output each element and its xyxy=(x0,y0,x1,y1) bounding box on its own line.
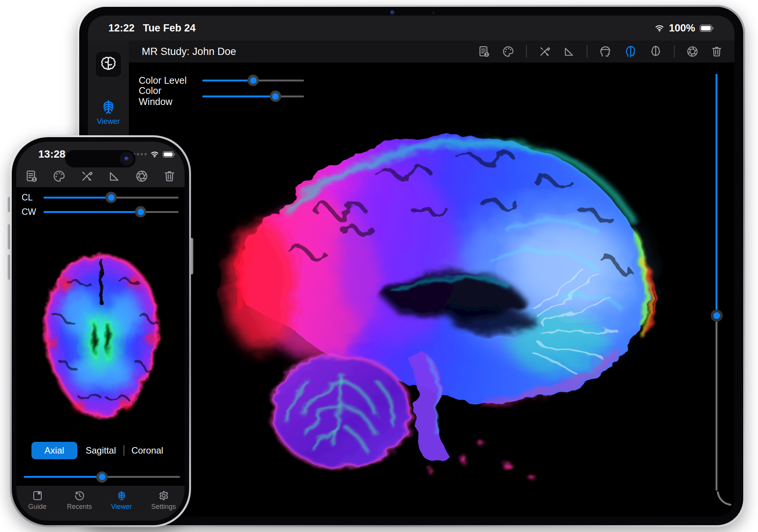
ruler-icon[interactable] xyxy=(562,45,575,58)
battery-percent: 100% xyxy=(669,22,695,34)
report-icon[interactable] xyxy=(25,169,38,183)
ipad-statusbar: 12:22 Tue Feb 24 100% xyxy=(88,16,735,41)
tab-recents-label: Recents xyxy=(67,503,92,511)
color-level-slider-thumb[interactable] xyxy=(247,75,259,86)
sidebar-item-viewer-label: Viewer xyxy=(88,117,129,126)
recents-icon xyxy=(74,490,86,502)
head-sagittal-icon[interactable] xyxy=(624,45,637,58)
iphone-device: 13:28 CL xyxy=(10,135,191,527)
slider-end-hook xyxy=(717,491,735,508)
segment-coronal[interactable]: Coronal xyxy=(124,442,170,459)
tab-recents[interactable]: Recents xyxy=(61,490,99,511)
tab-guide[interactable]: Guide xyxy=(19,490,56,511)
cl-slider[interactable] xyxy=(44,197,179,199)
iphone-tabbar: Guide Recents Viewer Settings xyxy=(16,486,185,521)
palette-icon[interactable] xyxy=(502,45,515,58)
plane-segmented-control: Axial Sagittal Coronal xyxy=(31,442,170,459)
battery-icon xyxy=(700,25,714,32)
slice-slider-vertical-thumb[interactable] xyxy=(711,310,723,322)
sagittal-brain-image[interactable] xyxy=(217,116,672,491)
report-icon[interactable] xyxy=(478,45,490,58)
toolbar-separator xyxy=(674,45,675,58)
aperture-icon[interactable] xyxy=(686,45,699,58)
slice-slider[interactable] xyxy=(24,476,180,478)
sidebar-item-viewer[interactable]: Viewer xyxy=(88,98,129,126)
cl-label: CL xyxy=(22,192,38,203)
toolbar-separator xyxy=(587,45,587,58)
palette-icon[interactable] xyxy=(52,169,66,183)
ipad-clock: 12:22 xyxy=(108,22,135,34)
wifi-icon xyxy=(150,150,159,159)
ipad-date: Tue Feb 24 xyxy=(143,22,196,34)
slice-slider-thumb[interactable] xyxy=(96,471,108,483)
color-window-slider-thumb[interactable] xyxy=(270,91,281,102)
segment-sagittal[interactable]: Sagittal xyxy=(78,442,124,459)
cw-label: CW xyxy=(22,207,38,217)
trash-icon[interactable] xyxy=(710,45,723,58)
cw-slider[interactable] xyxy=(44,211,179,213)
ipad-toolbar: MR Study: John Doe xyxy=(129,41,735,63)
ipad-front-camera-icon xyxy=(390,10,395,15)
cellular-signal-icon xyxy=(133,153,147,155)
cl-slider-thumb[interactable] xyxy=(105,192,117,203)
color-level-label: Color Level xyxy=(139,75,196,86)
study-title: MR Study: John Doe xyxy=(142,46,236,58)
axial-brain-image[interactable] xyxy=(33,248,169,430)
slice-slider-vertical[interactable] xyxy=(716,74,717,491)
iphone-front-camera-icon xyxy=(120,152,133,166)
wifi-icon xyxy=(655,23,664,33)
tab-settings-label: Settings xyxy=(151,503,176,511)
settings-icon xyxy=(158,490,170,502)
tab-settings[interactable]: Settings xyxy=(145,490,183,511)
iphone-toolbar xyxy=(16,165,185,187)
head-coronal-icon[interactable] xyxy=(649,45,662,58)
aperture-icon[interactable] xyxy=(135,169,149,183)
trash-icon[interactable] xyxy=(163,169,176,183)
iphone-color-controls: CL CW xyxy=(22,190,179,219)
tools-icon[interactable] xyxy=(538,45,551,58)
cw-slider-thumb[interactable] xyxy=(135,206,146,217)
color-window-label: Color Window xyxy=(139,85,196,107)
battery-icon xyxy=(163,151,175,158)
color-level-slider[interactable] xyxy=(202,80,304,81)
ipad-sensor-dot xyxy=(432,12,435,14)
guide-icon xyxy=(31,490,44,502)
ruler-icon[interactable] xyxy=(107,169,121,183)
toolbar-separator xyxy=(526,45,527,58)
ipad-color-controls: Color Level Color Window xyxy=(139,72,351,104)
color-window-slider[interactable] xyxy=(202,95,304,97)
brain-app-icon xyxy=(95,51,122,78)
tab-viewer[interactable]: Viewer xyxy=(103,490,141,511)
tools-icon[interactable] xyxy=(80,169,94,183)
segment-axial[interactable]: Axial xyxy=(31,442,77,459)
iphone-clock: 13:28 xyxy=(38,148,66,160)
ribcage-icon xyxy=(116,490,128,502)
tab-viewer-label: Viewer xyxy=(111,503,132,511)
iphone-screen: 13:28 CL xyxy=(16,142,185,521)
ribcage-icon xyxy=(100,98,117,116)
head-axial-icon[interactable] xyxy=(599,45,612,58)
tab-guide-label: Guide xyxy=(28,503,46,511)
